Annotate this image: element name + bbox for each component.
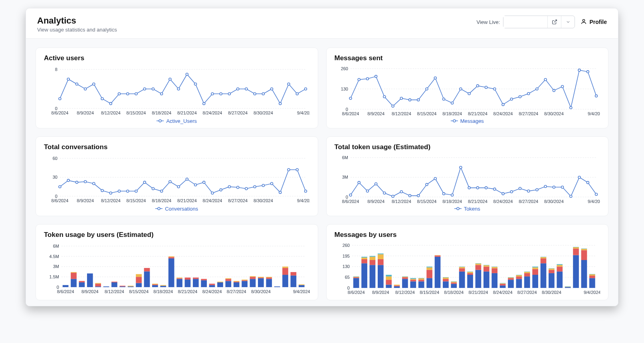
- svg-rect-250: [201, 279, 207, 280]
- svg-point-47: [159, 120, 161, 122]
- profile-button[interactable]: Profile: [581, 18, 607, 26]
- svg-point-127: [186, 178, 188, 180]
- svg-rect-392: [540, 258, 546, 263]
- svg-rect-396: [549, 270, 555, 273]
- svg-point-167: [408, 195, 411, 197]
- svg-point-113: [67, 179, 69, 181]
- svg-rect-333: [418, 280, 424, 281]
- svg-point-65: [358, 78, 360, 81]
- legend-label: Messages: [460, 118, 484, 124]
- card-title: Total conversations: [44, 143, 310, 151]
- legend-marker-icon: [451, 119, 458, 123]
- svg-point-134: [245, 187, 248, 190]
- svg-point-115: [84, 180, 87, 183]
- svg-rect-399: [557, 272, 563, 288]
- legend-label: Active_Users: [166, 118, 197, 124]
- svg-point-23: [118, 93, 121, 95]
- view-live-select[interactable]: [503, 16, 575, 28]
- svg-rect-343: [443, 281, 449, 288]
- svg-rect-304: [353, 276, 359, 277]
- svg-rect-345: [443, 278, 449, 279]
- svg-text:260: 260: [341, 66, 348, 71]
- svg-rect-319: [386, 276, 392, 280]
- svg-text:8/24/2024: 8/24/2024: [493, 111, 513, 116]
- svg-rect-263: [242, 280, 248, 280]
- svg-rect-264: [250, 279, 256, 287]
- svg-text:8/27/2024: 8/27/2024: [228, 110, 248, 115]
- svg-point-26: [143, 88, 146, 90]
- svg-rect-408: [573, 247, 579, 248]
- svg-rect-248: [193, 278, 199, 279]
- svg-rect-229: [136, 283, 142, 287]
- svg-point-30: [177, 88, 180, 90]
- svg-text:8/12/2024: 8/12/2024: [101, 198, 121, 203]
- legend-total-conversations[interactable]: Conversations: [44, 206, 310, 212]
- card-total-tokens: Total token usage (Estimated) 03M6M8/6/2…: [326, 136, 609, 216]
- svg-rect-271: [266, 278, 272, 279]
- svg-point-78: [468, 93, 470, 95]
- view-live-input[interactable]: [503, 16, 547, 28]
- svg-rect-222: [103, 286, 109, 287]
- svg-text:1.5M: 1.5M: [50, 274, 59, 279]
- svg-rect-216: [79, 282, 85, 287]
- svg-point-187: [578, 176, 581, 178]
- svg-rect-262: [242, 280, 248, 281]
- svg-rect-311: [369, 257, 375, 260]
- svg-rect-251: [209, 285, 215, 287]
- svg-text:8/18/2024: 8/18/2024: [442, 111, 462, 116]
- svg-point-117: [101, 189, 103, 192]
- open-external-icon[interactable]: [547, 16, 561, 28]
- svg-rect-302: [353, 277, 359, 278]
- svg-text:8/24/2024: 8/24/2024: [203, 110, 222, 115]
- svg-rect-314: [377, 259, 383, 265]
- svg-rect-240: [168, 257, 174, 258]
- svg-rect-258: [234, 282, 240, 287]
- svg-rect-414: [589, 278, 595, 288]
- svg-rect-317: [386, 284, 392, 288]
- svg-rect-334: [418, 278, 424, 280]
- svg-rect-218: [87, 273, 93, 287]
- svg-text:8/21/2024: 8/21/2024: [177, 198, 197, 203]
- legend-total-tokens[interactable]: Tokens: [335, 206, 600, 212]
- svg-point-72: [417, 99, 419, 101]
- svg-point-32: [194, 83, 197, 85]
- svg-rect-409: [573, 247, 579, 247]
- svg-rect-382: [516, 275, 522, 275]
- svg-text:8/6/2024: 8/6/2024: [347, 290, 365, 295]
- svg-rect-269: [258, 277, 264, 278]
- svg-rect-374: [499, 283, 505, 283]
- legend-label: Conversations: [165, 206, 198, 212]
- svg-text:8/30/2024: 8/30/2024: [251, 289, 271, 294]
- svg-point-37: [237, 88, 239, 90]
- svg-rect-376: [508, 278, 514, 280]
- user-icon: [581, 18, 587, 26]
- svg-point-88: [553, 89, 555, 92]
- svg-rect-338: [426, 267, 432, 270]
- svg-rect-412: [581, 249, 587, 250]
- svg-rect-257: [226, 278, 232, 279]
- svg-rect-401: [557, 265, 563, 266]
- svg-point-28: [161, 93, 163, 95]
- svg-point-162: [366, 190, 369, 192]
- svg-point-90: [569, 106, 572, 109]
- view-live-group: View Live:: [476, 16, 575, 28]
- svg-point-143: [158, 207, 160, 210]
- header-actions: View Live: Profile: [476, 16, 607, 28]
- svg-line-0: [554, 20, 557, 22]
- svg-rect-370: [491, 266, 497, 267]
- svg-point-130: [211, 192, 214, 194]
- svg-point-170: [434, 177, 436, 180]
- legend-label: Tokens: [464, 206, 480, 212]
- legend-messages-sent[interactable]: Messages: [335, 118, 600, 124]
- svg-point-93: [595, 95, 597, 97]
- svg-rect-219: [95, 286, 101, 287]
- svg-text:9/4/2024: 9/4/2024: [293, 289, 310, 294]
- card-title: Messages by users: [335, 231, 600, 239]
- svg-rect-407: [573, 248, 579, 255]
- svg-point-160: [349, 194, 351, 196]
- svg-rect-253: [217, 282, 223, 287]
- svg-point-27: [152, 88, 154, 90]
- svg-text:8/30/2024: 8/30/2024: [544, 199, 563, 204]
- chevron-down-icon[interactable]: [561, 16, 575, 28]
- legend-active-users[interactable]: Active_Users: [44, 118, 310, 124]
